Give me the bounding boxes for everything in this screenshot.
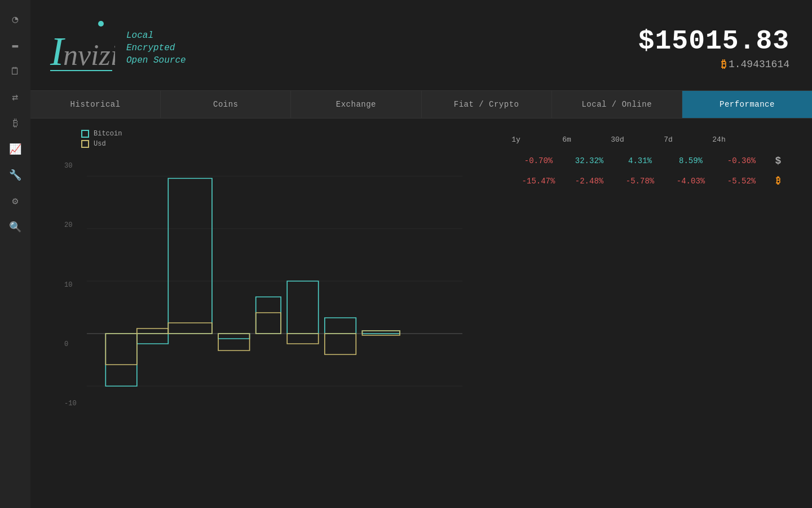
main-content: I nvizi Local Encrypted Open Source $150… bbox=[30, 0, 812, 508]
balance-btc: ₿ 1.49431614 bbox=[638, 59, 789, 71]
svg-rect-13 bbox=[218, 334, 250, 339]
perf-btc-6m: -2.48% bbox=[564, 177, 615, 186]
perf-btc-24h: -5.52% bbox=[716, 177, 767, 186]
tagline-encrypted: Encrypted bbox=[126, 43, 186, 53]
wrench-icon[interactable]: 🔧 bbox=[7, 167, 23, 183]
usd-legend-box bbox=[81, 140, 89, 148]
usd-row-icon: $ bbox=[767, 155, 789, 167]
bitcoin-label: Bitcoin bbox=[94, 130, 122, 138]
svg-rect-19 bbox=[137, 329, 168, 334]
perf-usd-24h: -0.36% bbox=[716, 156, 767, 165]
col-header-30d: 30d bbox=[592, 135, 643, 144]
performance-panel: 1y 6m 30d 7d 24h -0.70% 32.32% 4.31% 8.5… bbox=[485, 130, 795, 497]
perf-usd-1y: -0.70% bbox=[513, 156, 564, 165]
nav-tabs: Historical Coins Exchange Fiat / Crypto … bbox=[30, 90, 812, 119]
tab-local-online[interactable]: Local / Online bbox=[552, 91, 682, 118]
perf-btc-1y: -15.47% bbox=[513, 177, 564, 186]
btc-symbol: ₿ bbox=[721, 59, 726, 71]
svg-rect-11 bbox=[137, 334, 168, 344]
svg-rect-24 bbox=[325, 334, 356, 354]
tagline-opensource: Open Source bbox=[126, 55, 186, 65]
tab-historical[interactable]: Historical bbox=[30, 91, 161, 118]
svg-point-0 bbox=[98, 21, 104, 27]
tab-coins[interactable]: Coins bbox=[161, 91, 291, 118]
perf-usd-7d: 8.59% bbox=[665, 156, 716, 165]
bitcoin-icon[interactable]: ₿ bbox=[7, 115, 23, 131]
svg-rect-20 bbox=[168, 323, 212, 334]
svg-rect-10 bbox=[105, 334, 137, 386]
wallet-icon[interactable]: ▬ bbox=[7, 37, 23, 53]
content-area: Bitcoin Usd 30 20 10 0 -10 bbox=[30, 119, 812, 508]
search-icon[interactable]: 🔍 bbox=[7, 219, 23, 235]
y-label-10: 10 bbox=[64, 281, 87, 289]
tab-performance[interactable]: Performance bbox=[682, 91, 812, 118]
svg-text:nvizi: nvizi bbox=[63, 39, 115, 71]
transfer-icon[interactable]: ⇄ bbox=[7, 89, 23, 105]
y-label-20: 20 bbox=[64, 221, 87, 229]
balance-usd: $15015.83 bbox=[638, 26, 789, 56]
perf-row-btc: -15.47% -2.48% -5.78% -4.03% -5.52% ₿ bbox=[485, 176, 795, 186]
logo-area: I nvizi Local Encrypted Open Source bbox=[47, 17, 186, 79]
balance-area: $15015.83 ₿ 1.49431614 bbox=[638, 26, 789, 71]
usd-label: Usd bbox=[94, 140, 106, 148]
svg-rect-21 bbox=[218, 334, 250, 351]
svg-rect-22 bbox=[256, 313, 281, 334]
btc-row-icon: ₿ bbox=[767, 176, 789, 186]
perf-row-usd: -0.70% 32.32% 4.31% 8.59% -0.36% $ bbox=[485, 155, 795, 167]
y-axis-labels: 30 20 10 0 -10 bbox=[64, 159, 87, 419]
sidebar: ◔ ▬ 🗒 ⇄ ₿ 📈 🔧 ⚙ 🔍 bbox=[0, 0, 30, 508]
perf-usd-30d: 4.31% bbox=[615, 156, 665, 165]
col-header-1y: 1y bbox=[491, 135, 541, 144]
perf-btc-7d: -4.03% bbox=[665, 177, 716, 186]
svg-rect-14 bbox=[256, 297, 281, 334]
chart-legend: Bitcoin Usd bbox=[81, 130, 462, 148]
perf-btc-30d: -5.78% bbox=[615, 177, 665, 186]
logo-svg: I nvizi bbox=[47, 17, 115, 79]
svg-rect-23 bbox=[287, 334, 319, 344]
btc-amount: 1.49431614 bbox=[729, 59, 789, 70]
svg-rect-15 bbox=[287, 281, 319, 334]
col-header-6m: 6m bbox=[541, 135, 592, 144]
analytics-icon[interactable]: 📈 bbox=[7, 141, 23, 157]
transactions-icon[interactable]: 🗒 bbox=[7, 63, 23, 79]
perf-usd-6m: 32.32% bbox=[564, 156, 615, 165]
tab-exchange[interactable]: Exchange bbox=[291, 91, 421, 118]
legend-bitcoin: Bitcoin bbox=[81, 130, 462, 138]
legend-usd: Usd bbox=[81, 140, 462, 148]
y-label-30: 30 bbox=[64, 162, 87, 170]
svg-rect-25 bbox=[362, 331, 400, 335]
svg-rect-18 bbox=[105, 334, 137, 365]
bitcoin-legend-box bbox=[81, 130, 89, 138]
y-label-neg10: -10 bbox=[64, 400, 87, 408]
cog-icon[interactable]: ⚙ bbox=[7, 193, 23, 209]
tagline-local: Local bbox=[126, 30, 186, 41]
y-label-0: 0 bbox=[64, 340, 87, 348]
col-header-7d: 7d bbox=[643, 135, 694, 144]
pie-chart-icon[interactable]: ◔ bbox=[7, 11, 23, 27]
svg-rect-12 bbox=[168, 178, 212, 334]
chart-wrapper: 30 20 10 0 -10 bbox=[64, 159, 462, 419]
perf-col-headers: 1y 6m 30d 7d 24h bbox=[485, 135, 795, 144]
chart-area: Bitcoin Usd 30 20 10 0 -10 bbox=[47, 130, 462, 497]
tab-fiat-crypto[interactable]: Fiat / Crypto bbox=[422, 91, 552, 118]
logo-taglines: Local Encrypted Open Source bbox=[126, 30, 186, 65]
svg-rect-16 bbox=[325, 318, 356, 334]
header: I nvizi Local Encrypted Open Source $150… bbox=[30, 0, 812, 90]
col-header-24h: 24h bbox=[694, 135, 744, 144]
chart-svg bbox=[87, 159, 462, 419]
